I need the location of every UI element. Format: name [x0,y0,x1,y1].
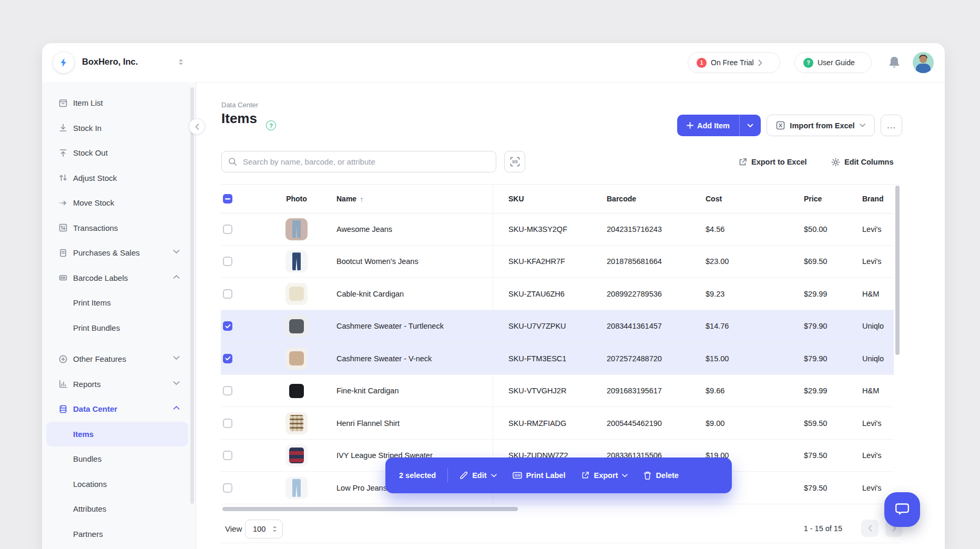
add-item-dropdown[interactable] [739,115,761,136]
notifications-bell-icon[interactable] [887,55,901,70]
item-photo[interactable] [285,348,308,370]
table-row[interactable]: Cashmere Sweater - V-neckSKU-FTM3ESC1207… [221,342,894,375]
column-header-price[interactable]: Price [804,185,822,213]
chevron-down-icon [860,124,865,127]
bulk-delete-button[interactable]: Delete [644,471,679,480]
sidebar-item-items[interactable]: Items [46,422,188,447]
user-avatar[interactable] [913,52,934,73]
item-photo[interactable] [285,283,308,305]
trash-icon [644,471,651,480]
sidebar-item-print-items[interactable]: Print Items [46,290,188,316]
barcode-scan-button[interactable] [504,151,525,172]
export-to-excel-button[interactable]: Export to Excel [738,156,807,168]
column-header-cost[interactable]: Cost [706,185,722,213]
table-row[interactable]: Awesome JeansSKU-MK3SY2QF2042315716243$4… [221,213,894,246]
bulk-print-label-button[interactable]: Print Label [513,471,566,480]
breadcrumb: Data Center [221,101,258,109]
sidebar-item-partners[interactable]: Partners [46,522,188,547]
more-actions-button[interactable]: ... [881,115,902,136]
row-checkbox[interactable] [223,289,232,299]
item-cost: $15.00 [706,342,729,375]
row-checkbox[interactable] [223,225,232,234]
item-price: $79.90 [804,310,827,343]
user-guide-button[interactable]: ? User Guide [794,52,872,73]
company-name[interactable]: BoxHero, Inc. [82,57,138,67]
sidebar-item-label: Partners [73,530,103,538]
sidebar-item-stock-in[interactable]: Stock In [46,116,188,141]
sidebar-item-other-features[interactable]: Other Features [46,347,188,372]
sidebar-item-label: Data Center [73,404,117,413]
edit-columns-button[interactable]: Edit Columns [831,156,893,168]
sidebar-collapse-button[interactable] [189,118,205,135]
select-all-checkbox-cell [223,185,232,213]
item-sku: SKU-KFA2HR7F [508,246,565,278]
items-help-icon[interactable]: ? [266,120,276,130]
sidebar-item-reports[interactable]: Reports [46,372,188,397]
sidebar-item-adjust-stock[interactable]: Adjust Stock [46,166,188,191]
sidebar-item-attributes[interactable]: Attributes [46,496,188,522]
item-cost: $23.00 [706,246,729,278]
row-checkbox[interactable] [223,321,232,331]
sidebar-item-transactions[interactable]: Transactions [46,216,188,241]
sidebar-item-locations[interactable]: Locations [46,472,188,497]
sidebar-item-move-stock[interactable]: Move Stock [46,190,188,216]
sidebar-item-purchases-sales[interactable]: Purchases & Sales [46,240,188,266]
sidebar-item-label: Bundles [73,454,101,463]
bottom-divider [221,543,900,543]
column-header-brand[interactable]: Brand [862,185,887,213]
item-name: Cashmere Sweater - Turtleneck [336,310,444,343]
table-row[interactable]: Cashmere Sweater - TurtleneckSKU-U7V7ZPK… [221,310,894,343]
bulk-export-button[interactable]: Export [581,471,628,480]
question-icon: ? [803,58,813,68]
item-photo[interactable] [285,477,308,499]
sidebar-item-item-list[interactable]: Item List [46,90,188,116]
free-trial-button[interactable]: 1 On Free Trial [688,52,780,73]
sidebar-scrollbar[interactable] [190,87,194,504]
item-photo[interactable] [285,444,308,466]
data-center-icon [58,404,68,414]
add-item-button[interactable]: Add Item [677,115,761,136]
add-item-label: Add Item [697,121,730,130]
bulk-edit-button[interactable]: Edit [460,471,496,480]
column-header-sku[interactable]: SKU [508,185,524,213]
select-all-checkbox[interactable] [223,194,232,204]
sidebar-item-label: Stock Out [73,148,108,157]
item-photo[interactable] [285,250,308,272]
search-input[interactable] [242,157,489,167]
item-photo[interactable] [285,218,308,240]
table-row[interactable]: Bootcut Women's JeansSKU-KFA2HR7F2018785… [221,246,894,278]
chevron-up-icon [173,274,180,279]
import-from-excel-button[interactable]: Import from Excel [767,115,875,136]
row-checkbox[interactable] [223,419,232,428]
row-checkbox[interactable] [223,386,232,395]
table-horizontal-scrollbar[interactable] [222,507,518,511]
company-switcher-icon[interactable] [178,58,184,66]
table-vertical-scrollbar[interactable] [895,186,900,355]
item-photo[interactable] [285,380,308,402]
row-checkbox[interactable] [223,354,232,363]
table-row[interactable]: Henri Flannel ShirtSKU-RMZFIADG200544546… [221,407,894,440]
item-photo[interactable] [285,412,308,434]
items-table: Photo Name↑ SKU Barcode Cost Price Brand… [221,184,900,504]
column-header-name[interactable]: Name↑ [336,185,364,213]
item-photo[interactable] [285,315,308,337]
prev-page-button[interactable] [861,520,879,537]
move-stock-icon [58,198,68,208]
sidebar-item-stock-out[interactable]: Stock Out [46,140,188,166]
action-bar-divider [447,469,448,482]
column-header-barcode[interactable]: Barcode [607,185,636,213]
table-row[interactable]: Fine-knit CardiganSKU-VTVGHJ2R2091683195… [221,375,894,408]
item-brand: H&M [862,375,887,408]
sidebar-item-data-center[interactable]: Data Center [46,396,188,422]
sidebar-item-barcode-labels[interactable]: Barcode Labels [46,266,188,291]
row-checkbox[interactable] [223,451,232,460]
table-row[interactable]: Cable-knit CardiganSKU-ZTAU6ZH6208992278… [221,278,894,310]
row-checkbox[interactable] [223,483,232,493]
support-chat-button[interactable] [884,492,920,527]
page-size-select[interactable]: 100 [245,520,283,538]
item-barcode: 2089922789536 [607,278,662,310]
sidebar-item-bundles[interactable]: Bundles [46,446,188,472]
sidebar-item-print-bundles[interactable]: Print Bundles [46,316,188,341]
column-header-photo[interactable]: Photo [285,185,308,213]
row-checkbox[interactable] [223,257,232,266]
